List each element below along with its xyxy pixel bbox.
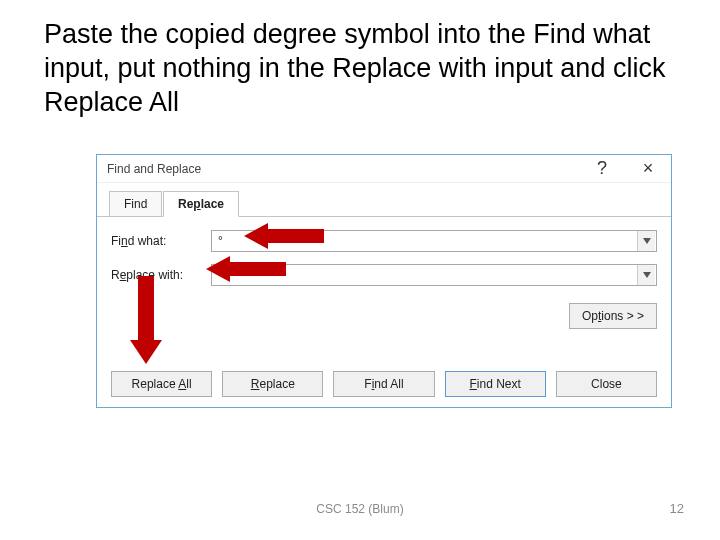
chevron-down-icon [643,238,651,244]
dialog-close-button[interactable]: Close [556,371,657,397]
replace-button[interactable]: Replace [222,371,323,397]
dialog-titlebar: Find and Replace ? × [97,155,671,183]
help-button[interactable]: ? [579,155,625,183]
find-what-label: Find what: [111,234,211,248]
find-replace-dialog: Find and Replace ? × Find Replace Find w… [96,154,672,408]
find-all-button[interactable]: Find All [333,371,434,397]
footer-page-number: 12 [670,501,684,516]
chevron-down-icon [643,272,651,278]
slide-heading: Paste the copied degree symbol into the … [44,18,674,119]
options-button[interactable]: Options > > [569,303,657,329]
footer-course: CSC 152 (Blum) [0,502,720,516]
replace-with-dropdown[interactable] [637,265,655,285]
tabs-row: Find Replace [97,187,671,217]
replace-with-label: Replace with: [111,268,211,282]
tab-replace[interactable]: Replace [163,191,239,217]
help-icon: ? [597,158,607,179]
close-icon: × [643,158,654,179]
dialog-title: Find and Replace [107,162,201,176]
find-what-dropdown[interactable] [637,231,655,251]
close-button[interactable]: × [625,155,671,183]
replace-all-button[interactable]: Replace All [111,371,212,397]
tab-find[interactable]: Find [109,191,162,217]
find-next-button[interactable]: Find Next [445,371,546,397]
